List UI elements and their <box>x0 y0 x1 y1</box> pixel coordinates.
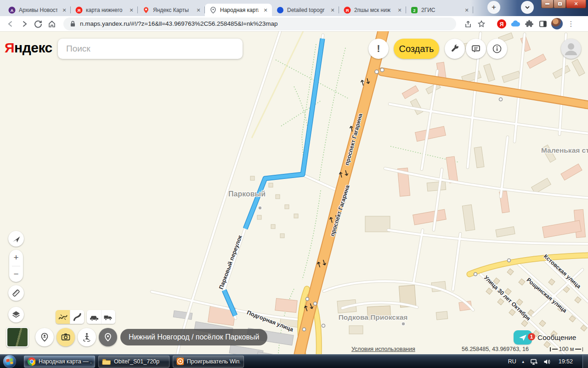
profile-avatar[interactable] <box>551 18 563 29</box>
window-close-button[interactable]: ✕ <box>566 0 586 8</box>
tab-close-icon[interactable]: ✕ <box>262 6 269 14</box>
taskbar-folder-button[interactable]: Obitel'_S01_720p <box>98 356 170 368</box>
clock[interactable]: 19:52 <box>559 358 573 365</box>
extensions-puzzle-icon[interactable] <box>522 17 536 30</box>
panorama-button[interactable] <box>78 328 96 346</box>
curve-road-icon <box>72 312 82 322</box>
tab-2gis[interactable]: 2 2ГИС ✕ <box>406 4 473 16</box>
start-button[interactable] <box>3 355 16 368</box>
tab-search-chevron-icon[interactable] <box>521 1 534 14</box>
cloud-extension-icon[interactable] <box>509 17 522 30</box>
system-tray: RU ▲ 19:52 <box>508 355 582 368</box>
draw-line-button[interactable] <box>70 310 84 324</box>
tab-yandex-maps[interactable]: Яндекс Карты ✕ <box>138 4 205 16</box>
camera-icon <box>60 332 71 343</box>
satellite-layer-thumbnail[interactable] <box>6 327 28 347</box>
photos-button[interactable] <box>57 328 75 346</box>
tab-title: Яндекс Карты <box>153 7 192 13</box>
volume-icon[interactable] <box>543 358 551 365</box>
yandex-favicon-icon: Я <box>344 6 351 14</box>
lock-icon <box>70 20 76 27</box>
tab-close-icon[interactable]: ✕ <box>128 6 135 14</box>
map-coordinates: 56.258485, 43.969763, 16 <box>462 346 529 352</box>
svg-text:Я: Я <box>78 7 81 12</box>
forward-icon[interactable] <box>17 17 31 30</box>
edit-roads-button[interactable] <box>56 310 70 324</box>
window-restore-button[interactable] <box>554 0 566 8</box>
locate-me-button[interactable] <box>8 231 24 247</box>
alerts-button[interactable]: ! <box>368 39 389 59</box>
screen: А Архивы Новост ✕ Я карта нижнего ✕ Янде… <box>0 0 588 368</box>
wrench-icon <box>449 43 460 54</box>
taskbar-media-player-button[interactable]: Проигрыватель Win... <box>173 356 244 368</box>
yandex-favicon-icon: Я <box>75 6 83 14</box>
tab-yandex-search[interactable]: Я карта нижнего ✕ <box>71 4 138 16</box>
window-minimize-button[interactable] <box>541 0 554 8</box>
zoom-control: + − <box>9 250 23 282</box>
tab-close-icon[interactable]: ✕ <box>329 6 336 14</box>
search-input[interactable] <box>58 39 243 59</box>
car-mode-button[interactable] <box>87 310 101 324</box>
person-pin-icon <box>39 332 50 343</box>
current-location-pill[interactable]: Нижний Новгород / посёлок Парковый <box>120 329 267 345</box>
map-canvas[interactable]: Парковый Парковый переулок проспект Гага… <box>0 31 588 354</box>
yandex-logo[interactable]: Яндекс <box>5 40 52 56</box>
user-avatar-button[interactable] <box>561 39 581 59</box>
info-button[interactable] <box>487 39 507 59</box>
drop-pin-button[interactable] <box>99 328 117 346</box>
tray-expand-icon[interactable]: ▲ <box>521 360 525 364</box>
car-icon <box>89 312 100 322</box>
truck-mode-button[interactable] <box>101 310 115 324</box>
create-button[interactable]: Создать <box>394 39 439 59</box>
map-scale: 100 м <box>550 346 583 352</box>
search-box <box>58 39 243 59</box>
zoom-in-button[interactable]: + <box>9 250 23 266</box>
tab-yandex-search-2[interactable]: Я 2пшы мск ниж ✕ <box>339 4 406 16</box>
archive-favicon-icon: А <box>8 6 16 14</box>
yandex-extension-icon[interactable]: Я <box>495 17 509 30</box>
tab-close-icon[interactable]: ✕ <box>195 6 202 14</box>
svg-text:Я: Я <box>500 21 504 27</box>
tools-button[interactable] <box>445 39 465 59</box>
feedback-button[interactable] <box>466 39 486 59</box>
tab-title: Народная карта <box>220 7 259 13</box>
blue-dot-favicon-icon <box>277 6 284 14</box>
home-icon[interactable] <box>45 17 59 30</box>
browser-toolbar: n.maps.yandex.ru/#!/?z=16&ll=43.969763%2… <box>0 16 588 31</box>
tab-close-icon[interactable]: ✕ <box>463 6 470 14</box>
message-label[interactable]: Сообщение <box>537 334 576 342</box>
squiggle-road-icon <box>58 312 68 322</box>
tab-detailed-topo[interactable]: Detailed topogr ✕ <box>272 4 339 16</box>
tab-close-icon[interactable]: ✕ <box>61 6 68 14</box>
url-bar[interactable]: n.maps.yandex.ru/#!/?z=16&ll=43.969763%2… <box>63 17 456 30</box>
language-indicator[interactable]: RU <box>508 358 516 365</box>
tab-title: Detailed topogr <box>287 7 326 13</box>
share-icon[interactable] <box>461 17 475 30</box>
pin-outline-favicon-icon <box>209 6 217 14</box>
windows-taskbar: Народная карта — ... Obitel'_S01_720p Пр… <box>0 354 588 368</box>
layers-icon <box>11 309 22 320</box>
ruler-icon <box>11 288 22 299</box>
back-icon[interactable] <box>4 17 17 30</box>
info-icon <box>492 43 503 54</box>
new-tab-button[interactable]: + <box>487 1 500 14</box>
assignments-button[interactable] <box>35 328 54 346</box>
layers-button[interactable] <box>8 307 24 322</box>
terms-link[interactable]: Условия использования <box>351 346 415 352</box>
network-icon[interactable] <box>530 358 538 365</box>
bookmark-star-icon[interactable] <box>475 17 488 30</box>
svg-text:А: А <box>11 8 14 12</box>
browser-menu-icon[interactable]: ⋮ <box>564 17 578 30</box>
ruler-button[interactable] <box>8 285 24 301</box>
taskbar-chrome-button[interactable]: Народная карта — ... <box>24 356 95 368</box>
tab-title: 2ГИС <box>421 7 460 13</box>
side-panel-icon[interactable] <box>536 17 550 30</box>
zoom-out-button[interactable]: − <box>9 266 23 282</box>
map-graphics <box>0 31 588 354</box>
folder-icon <box>102 358 111 365</box>
tab-close-icon[interactable]: ✕ <box>396 6 403 14</box>
tab-archive[interactable]: А Архивы Новост ✕ <box>4 4 71 16</box>
show-desktop-button[interactable] <box>582 355 588 368</box>
reload-icon[interactable] <box>31 17 45 30</box>
tab-narodnaya-karta[interactable]: Народная карта ✕ <box>205 4 272 16</box>
